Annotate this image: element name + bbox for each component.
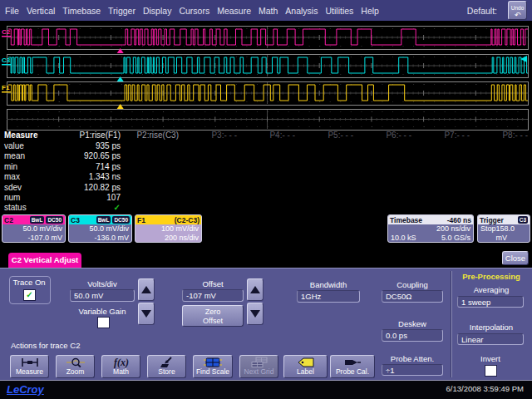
c3-vdiv: 50.0 mV/div bbox=[69, 224, 131, 234]
undo-icon: ↶ bbox=[509, 12, 526, 18]
oscilloscope-screen: FileVerticalTimebaseTriggerDisplayCursor… bbox=[0, 0, 532, 399]
find-scale-icon bbox=[194, 357, 232, 368]
volts-div-label: Volts/div bbox=[70, 279, 135, 288]
offset-field[interactable]: -107 mV bbox=[182, 289, 244, 302]
interpolation-field[interactable]: Linear bbox=[457, 333, 524, 345]
offset-down-button[interactable] bbox=[247, 303, 264, 325]
menu-utilities[interactable]: Utilities bbox=[325, 6, 353, 16]
descriptor-trigger[interactable]: Trigger C3 Stop 158.0 mV Width Negative bbox=[477, 214, 530, 243]
c3-title: C3 bbox=[71, 216, 80, 224]
interpolation-label: Interpolation bbox=[457, 323, 525, 332]
trigger-time-marker-f1[interactable] bbox=[117, 104, 124, 109]
zero-offset-button[interactable]: Zero Offset bbox=[182, 305, 244, 327]
close-button[interactable]: Close bbox=[502, 251, 529, 265]
f1-tdiv: 200 ns/div bbox=[135, 234, 201, 243]
measure-row-max: max bbox=[4, 172, 20, 181]
measure-table: Measure P1:rise(F1)P2:rise(C3)P3:- - -P4… bbox=[0, 131, 532, 209]
coupling-label: Coupling bbox=[382, 280, 443, 289]
menu-vertical[interactable]: Vertical bbox=[27, 6, 55, 16]
timebase-samples: 10.0 kS bbox=[391, 234, 416, 243]
deskew-field[interactable]: 0.0 ps bbox=[382, 329, 443, 342]
measure-icon bbox=[11, 357, 48, 368]
menu-cursors[interactable]: Cursors bbox=[179, 6, 209, 16]
invert-checkbox[interactable] bbox=[485, 365, 497, 377]
trigger-type: Width bbox=[480, 242, 500, 243]
measure-p1-max: 1.343 ns bbox=[29, 172, 121, 181]
averaging-field[interactable]: 1 sweep bbox=[457, 296, 524, 308]
trigger-time-marker-c3[interactable] bbox=[117, 76, 124, 81]
measure-row-status: status bbox=[4, 203, 27, 212]
volts-div-up-button[interactable] bbox=[138, 278, 155, 301]
action-button-label: Next Grid bbox=[240, 368, 278, 376]
probe-atten-field[interactable]: ÷1 bbox=[382, 364, 443, 376]
menu-display[interactable]: Display bbox=[143, 6, 171, 16]
find-scale-button[interactable]: Find Scale bbox=[193, 355, 233, 378]
volts-div-field[interactable]: 50.0 mV bbox=[70, 289, 135, 302]
probe-cal--button[interactable]: Probe Cal. bbox=[330, 355, 375, 378]
offset-up-button[interactable] bbox=[247, 278, 264, 301]
menu-analysis[interactable]: Analysis bbox=[285, 6, 318, 16]
tab-c2-vertical-adjust[interactable]: C2 Vertical Adjust bbox=[8, 253, 81, 268]
measure-p1-mean: 920.65 ps bbox=[29, 151, 121, 160]
c3-dc50-badge: DC50 bbox=[112, 216, 130, 224]
trace-on-label: Trace On bbox=[9, 278, 49, 287]
waveform-area: C2C3F1 bbox=[0, 22, 532, 131]
label-icon bbox=[284, 357, 327, 368]
descriptor-timebase[interactable]: Timebase -460 ns 200 ns/div 10.0 kS 5.0 … bbox=[387, 214, 474, 243]
menu-timebase[interactable]: Timebase bbox=[62, 6, 101, 16]
trace-on-checkbox[interactable]: ✓ bbox=[23, 289, 36, 301]
measure-row-min: min bbox=[4, 162, 17, 171]
action-button-label: Store bbox=[148, 368, 185, 376]
descriptor-f1[interactable]: F1 (C2-C3) 100 mV/div 200 ns/div bbox=[135, 214, 202, 243]
c3-bwl-badge: BwL bbox=[96, 216, 111, 224]
variable-gain-checkbox[interactable] bbox=[97, 317, 110, 328]
bandwidth-field[interactable]: 1GHz bbox=[297, 290, 360, 303]
c2-bwl-badge: BwL bbox=[30, 216, 45, 224]
trigger-mode: Stop bbox=[480, 224, 496, 242]
svg-text:f(x): f(x) bbox=[114, 357, 129, 368]
f1-vdiv: 100 mV/div bbox=[135, 224, 201, 234]
volts-div-down-button[interactable] bbox=[138, 303, 155, 325]
timebase-delay: -460 ns bbox=[447, 216, 471, 224]
measure-row-num: num bbox=[4, 193, 20, 202]
math-icon: f(x) bbox=[102, 357, 140, 368]
channel-label-f1[interactable]: F1 bbox=[2, 84, 10, 91]
descriptor-c2[interactable]: C2 BwL DC50 50.0 mV/div -107.0 mV bbox=[2, 214, 66, 243]
menu-measure[interactable]: Measure bbox=[217, 6, 251, 16]
zoom-button[interactable]: Zoom bbox=[56, 355, 95, 378]
math-button[interactable]: f(x)Math bbox=[101, 355, 140, 378]
c2-dc50-badge: DC50 bbox=[46, 216, 63, 224]
trigger-time-marker-c2[interactable] bbox=[117, 48, 124, 53]
label-button[interactable]: Label bbox=[283, 355, 328, 378]
menu-file[interactable]: File bbox=[5, 6, 19, 16]
menu-trigger[interactable]: Trigger bbox=[108, 6, 135, 16]
action-button-label: Zoom bbox=[57, 368, 94, 376]
menu-math[interactable]: Math bbox=[259, 6, 278, 16]
channel-label-c3[interactable]: C3 bbox=[2, 57, 11, 64]
measure-p1-status: ✓ bbox=[29, 203, 121, 212]
timebase-title: Timebase bbox=[390, 216, 422, 224]
trigger-level: 158.0 mV bbox=[496, 224, 527, 242]
measure-row-sdev: sdev bbox=[4, 183, 22, 192]
descriptor-c3[interactable]: C3 BwL DC50 50.0 mV/div -136.0 mV bbox=[68, 214, 132, 243]
coupling-field[interactable]: DC50Ω bbox=[382, 290, 443, 303]
invert-label: Invert bbox=[466, 354, 515, 363]
measure-button[interactable]: Measure bbox=[10, 355, 49, 378]
undo-button[interactable]: Undo ↶ bbox=[508, 1, 527, 20]
clock-timestamp: 6/13/2008 3:59:49 PM bbox=[446, 384, 525, 393]
action-button-label: Measure bbox=[11, 368, 48, 376]
dialog-divider bbox=[451, 271, 452, 377]
measure-col-p8[interactable]: P8:- - - bbox=[453, 131, 528, 140]
store-button[interactable]: Store bbox=[147, 355, 186, 378]
channel-label-c2[interactable]: C2 bbox=[2, 28, 11, 36]
action-button-label: Probe Cal. bbox=[331, 368, 374, 376]
trigger-source-badge: C3 bbox=[518, 216, 528, 224]
default-label: Default: bbox=[467, 6, 497, 16]
next-grid-icon bbox=[240, 357, 278, 368]
measure-p1-min: 714 ps bbox=[29, 162, 121, 171]
measure-p1-num: 107 bbox=[29, 193, 121, 202]
menu-help[interactable]: Help bbox=[361, 6, 379, 16]
measure-row-value: value bbox=[4, 141, 24, 150]
measure-p1-sdev: 120.82 ps bbox=[29, 183, 121, 192]
measure-row-mean: mean bbox=[4, 151, 25, 160]
